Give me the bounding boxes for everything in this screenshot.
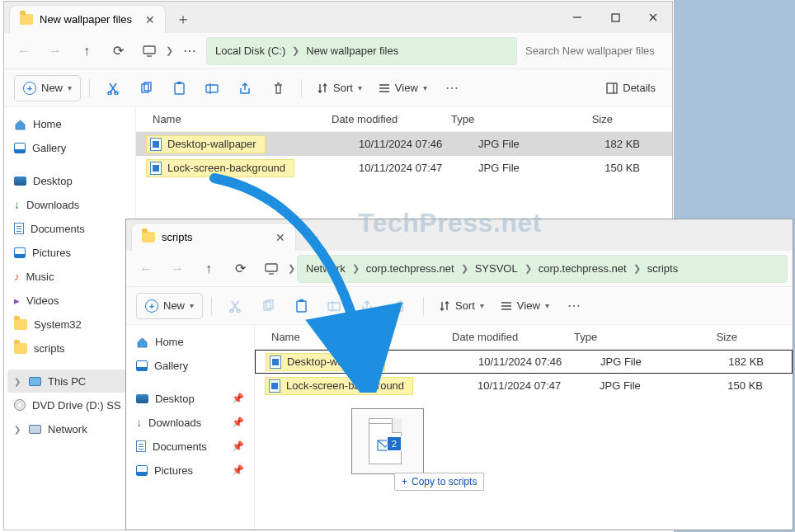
nav-scripts[interactable]: scripts bbox=[7, 337, 132, 360]
up-button[interactable]: ↑ bbox=[72, 38, 101, 64]
nav-music[interactable]: ♪Music bbox=[7, 265, 132, 288]
copy-icon[interactable] bbox=[131, 75, 161, 101]
minimize-button[interactable] bbox=[558, 2, 596, 33]
pc-icon[interactable] bbox=[134, 38, 164, 64]
column-headers[interactable]: Name˄ Date modified Type Size bbox=[255, 325, 793, 350]
col-size[interactable]: Size bbox=[550, 113, 633, 125]
back-button[interactable]: ← bbox=[9, 38, 39, 64]
nav-pictures[interactable]: Pictures bbox=[7, 241, 132, 264]
file-list: Name˄ Date modified Type Size Desktop-wa… bbox=[255, 325, 793, 530]
drag-count-badge: 2 bbox=[387, 436, 402, 451]
nav-desktop[interactable]: Desktop📌 bbox=[129, 387, 251, 410]
close-tab-icon[interactable]: ✕ bbox=[145, 13, 155, 26]
col-date[interactable]: Date modified bbox=[452, 331, 574, 343]
nav-network[interactable]: ❯Network bbox=[7, 417, 132, 440]
svg-rect-25 bbox=[297, 301, 306, 312]
cut-icon[interactable] bbox=[98, 75, 128, 101]
video-icon: ▸ bbox=[14, 294, 20, 307]
rename-icon[interactable] bbox=[197, 75, 227, 101]
pin-icon[interactable]: 📌 bbox=[232, 393, 244, 404]
plus-icon: + bbox=[402, 476, 407, 487]
breadcrumb-segment[interactable]: corp.techpress.net bbox=[366, 262, 454, 275]
col-size[interactable]: Size bbox=[675, 331, 757, 343]
folder-icon bbox=[20, 14, 33, 25]
breadcrumb-segment[interactable]: SYSVOL bbox=[475, 262, 518, 275]
nav-documents[interactable]: Documents📌 bbox=[129, 435, 251, 458]
drag-cursor-preview: 2 bbox=[351, 408, 424, 474]
back-button[interactable]: ← bbox=[131, 256, 161, 282]
breadcrumb[interactable]: Network❯ corp.techpress.net❯ SYSVOL❯ cor… bbox=[297, 255, 788, 283]
nav-dvd[interactable]: DVD Drive (D:) SS bbox=[7, 393, 132, 417]
nav-downloads[interactable]: ↓Downloads📌 bbox=[129, 411, 251, 434]
details-button[interactable]: Details bbox=[600, 75, 662, 101]
nav-pane: Home Gallery Desktop ↓Downloads Document… bbox=[4, 107, 136, 530]
file-row[interactable]: Lock-screen-background 10/11/2024 07:47 … bbox=[136, 156, 672, 180]
breadcrumb-segment[interactable]: corp.techpress.net bbox=[539, 262, 627, 275]
new-tab-button[interactable]: ＋ bbox=[171, 7, 195, 31]
forward-button[interactable]: → bbox=[162, 256, 192, 282]
chevron-icon[interactable]: ❯ bbox=[166, 45, 173, 56]
nav-home[interactable]: Home bbox=[129, 330, 251, 353]
sort-button[interactable]: Sort▾ bbox=[310, 75, 369, 101]
col-name[interactable]: Name bbox=[263, 331, 479, 343]
sort-button[interactable]: Sort▾ bbox=[432, 293, 491, 319]
more-locations-button[interactable]: ⋯ bbox=[175, 38, 205, 64]
close-window-button[interactable] bbox=[634, 2, 672, 33]
refresh-button[interactable]: ⟳ bbox=[225, 256, 255, 282]
nav-documents[interactable]: Documents bbox=[7, 217, 132, 240]
paste-icon[interactable] bbox=[286, 293, 316, 319]
nav-downloads[interactable]: ↓Downloads bbox=[7, 193, 132, 216]
more-options-button[interactable]: ⋯ bbox=[559, 293, 589, 319]
col-name[interactable]: Name bbox=[144, 113, 359, 125]
nav-desktop[interactable]: Desktop bbox=[7, 169, 132, 192]
breadcrumb-segment[interactable]: scripts bbox=[647, 262, 679, 275]
col-type[interactable]: Type bbox=[451, 113, 550, 125]
column-headers[interactable]: Name˄ Date modified Type Size bbox=[136, 107, 672, 132]
refresh-button[interactable]: ⟳ bbox=[103, 38, 133, 64]
pc-icon[interactable] bbox=[256, 256, 286, 282]
svg-rect-27 bbox=[328, 303, 340, 310]
breadcrumb-segment[interactable]: Local Disk (C:) bbox=[215, 45, 285, 57]
new-tab-button[interactable]: ＋ bbox=[301, 224, 326, 249]
nav-pictures[interactable]: Pictures📌 bbox=[129, 459, 251, 482]
chevron-right-icon[interactable]: ❯ bbox=[14, 377, 22, 386]
file-row[interactable]: Desktop-wallpaper 10/11/2024 07:46 JPG F… bbox=[136, 132, 672, 156]
delete-icon[interactable] bbox=[263, 75, 293, 101]
breadcrumb[interactable]: Local Disk (C:) ❯ New wallpaper files bbox=[206, 37, 517, 65]
nav-home[interactable]: Home bbox=[7, 112, 132, 135]
new-button[interactable]: +New▾ bbox=[14, 75, 81, 101]
breadcrumb-segment[interactable]: Network bbox=[306, 262, 346, 275]
close-tab-icon[interactable]: ✕ bbox=[275, 231, 285, 244]
pin-icon[interactable]: 📌 bbox=[232, 417, 244, 428]
file-row[interactable]: Lock-screen-background 10/11/2024 07:47 … bbox=[255, 374, 793, 398]
chevron-right-icon[interactable]: ❯ bbox=[14, 425, 22, 434]
forward-button[interactable]: → bbox=[40, 38, 70, 64]
col-date[interactable]: Date modified bbox=[332, 113, 451, 125]
up-button[interactable]: ↑ bbox=[194, 256, 223, 282]
pin-icon[interactable]: 📌 bbox=[232, 464, 244, 476]
titlebar[interactable]: New wallpaper files ✕ ＋ bbox=[4, 2, 672, 33]
more-options-button[interactable]: ⋯ bbox=[437, 75, 467, 101]
view-button[interactable]: View▾ bbox=[494, 293, 556, 319]
pin-icon[interactable]: 📌 bbox=[232, 440, 244, 452]
home-icon bbox=[136, 337, 148, 347]
tab-active[interactable]: New wallpaper files ✕ bbox=[9, 5, 166, 33]
tab-active[interactable]: scripts ✕ bbox=[131, 223, 296, 251]
view-button[interactable]: View▾ bbox=[372, 75, 434, 101]
tab-title: scripts bbox=[162, 231, 193, 243]
col-type[interactable]: Type bbox=[574, 331, 675, 343]
search-input[interactable] bbox=[519, 37, 667, 65]
nav-this-pc[interactable]: ❯This PC bbox=[7, 370, 132, 393]
maximize-button[interactable] bbox=[596, 2, 634, 33]
nav-gallery[interactable]: Gallery bbox=[7, 136, 132, 159]
paste-icon[interactable] bbox=[164, 75, 194, 101]
file-icon bbox=[150, 162, 162, 175]
share-icon[interactable] bbox=[230, 75, 260, 101]
chevron-icon[interactable]: ❯ bbox=[288, 263, 295, 274]
nav-gallery[interactable]: Gallery bbox=[129, 354, 251, 377]
breadcrumb-segment[interactable]: New wallpaper files bbox=[306, 45, 398, 57]
nav-system32[interactable]: System32 bbox=[7, 313, 132, 336]
nav-videos[interactable]: ▸Videos bbox=[7, 289, 132, 312]
file-row[interactable]: Desktop-wallpaper 10/11/2024 07:46 JPG F… bbox=[255, 350, 793, 374]
new-button[interactable]: +New▾ bbox=[136, 293, 203, 319]
